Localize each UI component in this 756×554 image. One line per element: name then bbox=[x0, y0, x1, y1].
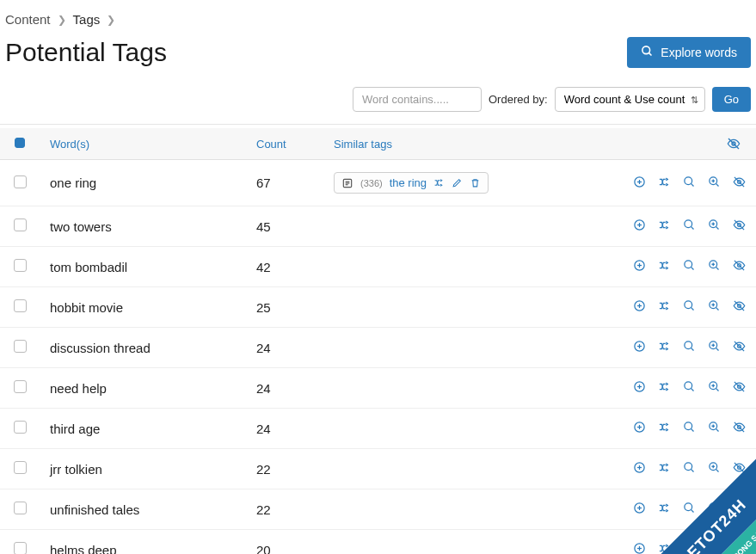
zoom-action[interactable] bbox=[708, 175, 721, 188]
column-header-actions bbox=[584, 128, 756, 160]
zoom-action[interactable] bbox=[708, 421, 721, 434]
ordered-by-select[interactable]: Word count & Use count bbox=[555, 87, 705, 112]
add-action[interactable] bbox=[633, 340, 646, 353]
similar-tag-chip: (336)the ring bbox=[334, 172, 489, 194]
table-row: two towers45 bbox=[0, 206, 756, 247]
column-header-count[interactable]: Count bbox=[246, 128, 323, 160]
zoom-action[interactable] bbox=[708, 502, 721, 514]
row-checkbox[interactable] bbox=[14, 380, 27, 393]
zoom-action[interactable] bbox=[708, 340, 721, 353]
row-checkbox[interactable] bbox=[14, 340, 27, 353]
shuffle-action[interactable] bbox=[658, 542, 671, 554]
add-action[interactable] bbox=[633, 421, 646, 434]
search-action[interactable] bbox=[683, 175, 696, 188]
search-action[interactable] bbox=[683, 461, 696, 474]
shuffle-action[interactable] bbox=[658, 461, 671, 474]
svg-line-45 bbox=[691, 307, 693, 310]
shuffle-action[interactable] bbox=[658, 219, 671, 231]
search-action[interactable] bbox=[683, 299, 696, 312]
row-checkbox[interactable] bbox=[14, 219, 27, 231]
edit-icon[interactable] bbox=[452, 177, 463, 188]
shuffle-action[interactable] bbox=[658, 502, 671, 514]
add-action[interactable] bbox=[633, 461, 646, 474]
row-count: 24 bbox=[246, 368, 323, 409]
explore-words-label: Explore words bbox=[661, 46, 737, 59]
hide-action[interactable] bbox=[733, 259, 746, 272]
table-row: jrr tolkien22 bbox=[0, 449, 756, 489]
column-header-words[interactable]: Word(s) bbox=[40, 128, 246, 160]
row-actions bbox=[584, 247, 756, 287]
zoom-action[interactable] bbox=[708, 259, 721, 272]
select-all-checkbox[interactable] bbox=[15, 138, 25, 148]
search-action[interactable] bbox=[683, 340, 696, 353]
add-action[interactable] bbox=[633, 299, 646, 312]
column-header-similar[interactable]: Similar tags bbox=[323, 128, 584, 160]
trash-icon[interactable] bbox=[470, 177, 481, 188]
zoom-action[interactable] bbox=[708, 299, 721, 312]
svg-point-110 bbox=[685, 544, 692, 551]
word-contains-input[interactable] bbox=[353, 87, 482, 112]
shuffle-action[interactable] bbox=[658, 340, 671, 353]
svg-line-47 bbox=[716, 307, 718, 310]
zoom-action[interactable] bbox=[708, 461, 721, 474]
search-action[interactable] bbox=[683, 259, 696, 272]
shuffle-action[interactable] bbox=[658, 380, 671, 393]
shuffle-action[interactable] bbox=[658, 299, 671, 312]
table-row: need help24 bbox=[0, 368, 756, 409]
row-checkbox[interactable] bbox=[14, 299, 27, 312]
row-checkbox[interactable] bbox=[14, 421, 27, 434]
table-row: one ring67(336)the ring bbox=[0, 160, 756, 206]
add-action[interactable] bbox=[633, 259, 646, 272]
hide-action[interactable] bbox=[733, 502, 746, 514]
search-action[interactable] bbox=[683, 502, 696, 514]
breadcrumb-content[interactable]: Content bbox=[5, 12, 51, 27]
row-similar bbox=[323, 489, 584, 530]
breadcrumb-tags[interactable]: Tags bbox=[73, 12, 101, 27]
go-button[interactable]: Go bbox=[712, 87, 751, 112]
shuffle-action[interactable] bbox=[658, 175, 671, 188]
search-action[interactable] bbox=[683, 421, 696, 434]
row-checkbox[interactable] bbox=[14, 461, 27, 474]
svg-line-69 bbox=[716, 388, 718, 391]
hide-action[interactable] bbox=[733, 421, 746, 434]
svg-line-89 bbox=[691, 469, 693, 471]
hide-action[interactable] bbox=[733, 380, 746, 393]
search-action[interactable] bbox=[683, 380, 696, 393]
hide-action[interactable] bbox=[733, 299, 746, 312]
explore-words-button[interactable]: Explore words bbox=[627, 37, 751, 68]
row-similar bbox=[323, 247, 584, 287]
row-checkbox[interactable] bbox=[14, 502, 27, 514]
hide-action[interactable] bbox=[733, 340, 746, 353]
zoom-action[interactable] bbox=[708, 219, 721, 231]
similar-tag-label[interactable]: the ring bbox=[390, 176, 427, 189]
add-action[interactable] bbox=[633, 175, 646, 188]
search-action[interactable] bbox=[683, 542, 696, 554]
page-title: Potential Tags bbox=[5, 38, 167, 67]
add-action[interactable] bbox=[633, 219, 646, 231]
add-action[interactable] bbox=[633, 542, 646, 554]
row-similar: (336)the ring bbox=[323, 160, 584, 206]
row-count: 24 bbox=[246, 328, 323, 368]
shuffle-action[interactable] bbox=[658, 259, 671, 272]
add-action[interactable] bbox=[633, 380, 646, 393]
row-checkbox[interactable] bbox=[14, 259, 27, 272]
svg-line-67 bbox=[691, 388, 693, 391]
shuffle-action[interactable] bbox=[658, 421, 671, 434]
shuffle-icon[interactable] bbox=[433, 177, 445, 188]
svg-line-78 bbox=[691, 428, 693, 431]
add-action[interactable] bbox=[633, 502, 646, 514]
svg-line-102 bbox=[716, 509, 718, 512]
document-icon[interactable] bbox=[341, 177, 353, 189]
hide-action[interactable] bbox=[733, 461, 746, 474]
zoom-action[interactable] bbox=[708, 542, 721, 554]
row-similar bbox=[323, 449, 584, 489]
row-actions bbox=[584, 530, 756, 555]
row-checkbox[interactable] bbox=[14, 175, 27, 188]
hide-action[interactable] bbox=[733, 542, 746, 554]
svg-line-14 bbox=[716, 183, 718, 186]
search-action[interactable] bbox=[683, 219, 696, 231]
hide-action[interactable] bbox=[733, 219, 746, 231]
zoom-action[interactable] bbox=[708, 380, 721, 393]
row-checkbox[interactable] bbox=[14, 542, 27, 554]
hide-action[interactable] bbox=[733, 175, 746, 188]
